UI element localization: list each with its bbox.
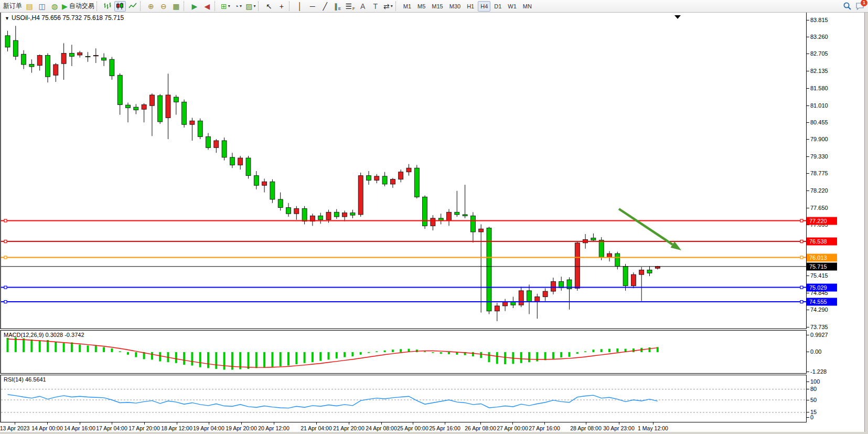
time-axis-label: 14 Apr 16:00 [64, 425, 95, 431]
templates-icon-dropdown-caret[interactable]: ▾ [253, 4, 255, 8]
line-handle[interactable] [4, 286, 7, 289]
axis-tick [807, 156, 809, 157]
line-handle[interactable] [800, 256, 803, 259]
arrows-icon-dropdown-caret[interactable]: ▾ [391, 4, 393, 8]
line-handle[interactable] [800, 301, 803, 303]
trendline-icon[interactable]: ╱ [319, 1, 331, 12]
timeframe-w1[interactable]: W1 [505, 1, 519, 12]
time-tick [144, 422, 145, 425]
axis-tick [807, 372, 809, 372]
quotes-icon[interactable]: ▤ [24, 1, 35, 12]
vertical-line-icon[interactable]: │ [294, 1, 306, 12]
crosshair-icon[interactable]: + [276, 1, 287, 12]
candlestick-chart[interactable] [1, 13, 806, 328]
candle [535, 297, 540, 302]
timeframe-m5[interactable]: M5 [415, 1, 428, 12]
cursor-icon[interactable]: ↖ [263, 1, 275, 12]
tile-windows-icon[interactable]: ▦ [170, 1, 182, 12]
macd-axis-label: -1.228 [810, 368, 827, 375]
time-axis-label: 30 Apr 23:00 [603, 425, 635, 431]
timeframe-h4[interactable]: H4 [478, 1, 490, 12]
timeframe-h1[interactable]: H1 [464, 1, 477, 12]
price-axis[interactable]: 83.81583.26082.70582.13581.58081.01080.4… [807, 13, 864, 422]
candle [182, 102, 187, 124]
signals-icon[interactable]: ◍ [49, 1, 60, 12]
time-axis-label: 27 Apr 00:00 [497, 425, 528, 431]
toolbar-separator [184, 2, 187, 11]
price-line-badge-74.555: 74.555 [807, 298, 837, 306]
rsi-axis-label: 100 [810, 378, 820, 385]
autotrading-button[interactable]: ▶自动交易 [61, 1, 95, 12]
equidistant-channel-icon[interactable]: ∥E [332, 1, 344, 12]
timeframe-m30[interactable]: M30 [447, 1, 463, 12]
templates-icon[interactable]: ▨▾ [245, 1, 256, 12]
chart-shift-icon[interactable]: ◀ [201, 1, 213, 12]
timeframe-m1[interactable]: M1 [401, 1, 414, 12]
line-handle[interactable] [800, 240, 803, 243]
price-tick-label: 73.735 [810, 324, 828, 330]
candle [615, 253, 620, 266]
line-handle[interactable] [4, 256, 7, 259]
timeframe-m15[interactable]: M15 [429, 1, 445, 12]
fibonacci-icon[interactable]: ☰F [345, 1, 356, 12]
candlestick-chart-icon[interactable] [114, 1, 126, 12]
time-tick [445, 422, 445, 425]
time-tick [316, 422, 317, 425]
candle [334, 212, 339, 217]
candle [639, 270, 644, 274]
market-watch-icon[interactable]: ◫ [36, 1, 48, 12]
price-tick-label: 78.775 [810, 170, 828, 176]
candle [559, 282, 564, 288]
search-icon[interactable] [841, 1, 853, 12]
notifications-icon[interactable]: 1 [854, 1, 865, 12]
price-tick-label: 75.415 [810, 272, 828, 279]
bar-chart-icon[interactable] [102, 1, 113, 12]
axis-tick [807, 335, 809, 335]
candle [166, 95, 170, 118]
zoom-out-icon[interactable]: ⊖ [158, 1, 169, 12]
text-label-icon[interactable]: T [370, 1, 381, 12]
line-handle[interactable] [800, 219, 803, 222]
zoom-in-icon[interactable]: ⊕ [145, 1, 157, 12]
line-handle[interactable] [4, 219, 7, 222]
candle [254, 176, 259, 186]
add-indicator-icon-dropdown-caret[interactable]: ▾ [228, 4, 230, 8]
line-handle[interactable] [800, 286, 803, 289]
candle [551, 282, 555, 292]
candle [37, 56, 42, 66]
periods-icon[interactable]: ◔▾ [232, 1, 244, 12]
price-tick-label: 83.815 [810, 17, 828, 23]
price-tick-label: 82.135 [810, 68, 828, 74]
trend-arrow-annotation[interactable] [619, 209, 672, 245]
rsi-pane[interactable]: RSI(14) 46.5641 [0, 375, 807, 422]
macd-axis-label: 0.00 [810, 348, 821, 355]
periods-icon: ◔ [234, 3, 239, 10]
timeframe-mn[interactable]: MN [520, 1, 534, 12]
quotes-icon: ▤ [26, 3, 33, 10]
periods-icon-dropdown-caret[interactable]: ▾ [240, 4, 242, 8]
add-indicator-icon[interactable]: ⊞▾ [220, 1, 231, 12]
candle [174, 97, 178, 102]
candle [270, 182, 275, 199]
text-icon[interactable]: A [357, 1, 369, 12]
toolbar-separator [258, 2, 262, 11]
time-tick [47, 422, 48, 425]
timeframe-d1[interactable]: D1 [491, 1, 504, 12]
arrows-icon[interactable]: ⇄▾ [382, 1, 394, 12]
candle [414, 168, 419, 197]
line-chart-icon[interactable] [127, 1, 138, 12]
time-axis-label: 25 Apr 16:00 [429, 425, 460, 431]
candle [447, 212, 452, 220]
macd-pane[interactable]: MACD(12,26,9) 0.3028 -0.3742 [0, 330, 807, 374]
auto-scroll-icon[interactable]: ▶ [189, 1, 200, 12]
time-tick [653, 422, 653, 425]
line-handle[interactable] [4, 301, 7, 303]
new-order-button[interactable]: 新订单 [3, 1, 23, 12]
horizontal-line-icon[interactable]: ─ [307, 1, 318, 12]
main-chart-pane[interactable]: ▼USOil-,H4 75.656 75.732 75.618 75.715 [0, 13, 807, 329]
line-handle[interactable] [4, 240, 7, 243]
time-axis[interactable]: 13 Apr 202314 Apr 00:0014 Apr 16:0017 Ap… [0, 422, 868, 432]
trend-arrow-head [670, 241, 681, 250]
chart-collapse-icon[interactable]: ▼ [5, 16, 9, 21]
crosshair-icon: + [280, 3, 284, 10]
